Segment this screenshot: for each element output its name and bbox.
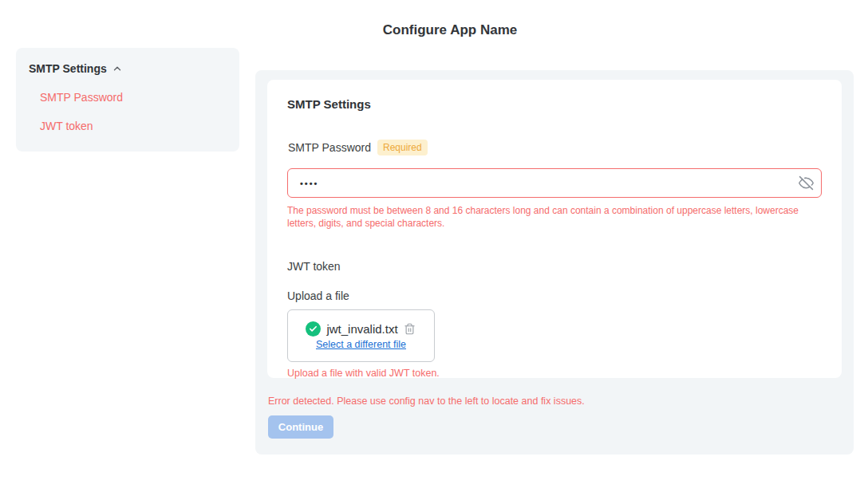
continue-button[interactable]: Continue: [268, 415, 333, 439]
required-badge: Required: [377, 140, 428, 155]
smtp-password-input[interactable]: [287, 168, 822, 198]
card-title: SMTP Settings: [287, 97, 822, 111]
smtp-settings-card: SMTP Settings SMTP Password Required: [267, 80, 842, 378]
eye-slash-icon: [799, 181, 814, 193]
jwt-token-label: JWT token: [287, 260, 822, 273]
configure-app-page: Configure App Name SMTP Settings SMTP Pa…: [0, 0, 868, 496]
sidebar-item-smtp-password[interactable]: SMTP Password: [40, 91, 123, 104]
upload-file-label: Upload a file: [287, 289, 822, 302]
form-error-message: Error detected. Please use config nav to…: [268, 396, 842, 407]
select-different-file-link[interactable]: Select a different file: [316, 339, 406, 350]
delete-file-button[interactable]: [404, 322, 416, 337]
smtp-password-label-row: SMTP Password Required: [288, 140, 822, 155]
smtp-password-label: SMTP Password: [288, 141, 371, 154]
file-upload-box: jwt_invalid.txt Select a different file: [287, 309, 435, 362]
trash-icon: [404, 326, 416, 338]
smtp-password-error-text: The password must be between 8 and 16 ch…: [287, 204, 822, 230]
chevron-up-icon: [112, 63, 123, 74]
main-panel: SMTP Settings SMTP Password Required: [255, 70, 854, 455]
sidebar-section-smtp-settings[interactable]: SMTP Settings: [29, 62, 227, 75]
jwt-token-error-text: Upload a file with valid JWT token.: [287, 368, 822, 379]
smtp-password-field-wrap: [287, 168, 822, 198]
check-circle-icon: [306, 321, 321, 337]
sidebar-item-jwt-token[interactable]: JWT token: [40, 120, 93, 132]
sidebar-section-label: SMTP Settings: [29, 62, 107, 75]
uploaded-file-row: jwt_invalid.txt: [306, 321, 416, 337]
config-nav-sidebar: SMTP Settings SMTP Password JWT token: [16, 48, 239, 152]
toggle-password-visibility-button[interactable]: [798, 175, 814, 191]
page-title: Configure App Name: [0, 22, 868, 38]
uploaded-file-name: jwt_invalid.txt: [326, 322, 397, 336]
